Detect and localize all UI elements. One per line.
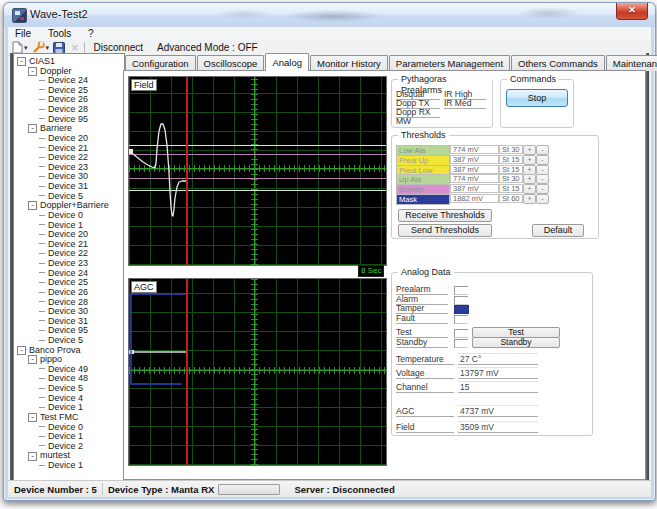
threshold-decrease-button[interactable]: - <box>536 174 549 184</box>
tree-item-label[interactable]: Device 28 <box>48 104 88 114</box>
threshold-decrease-button[interactable]: - <box>536 165 549 175</box>
tree-item-label[interactable]: Device 1 <box>48 460 83 470</box>
tree-item-label[interactable]: Device 31 <box>48 316 88 326</box>
collapse-icon[interactable]: - <box>28 201 37 210</box>
tree-item-label[interactable]: Device 0 <box>48 422 83 432</box>
tree-item-label[interactable]: Device 1 <box>48 402 83 412</box>
close-button[interactable]: ✕ <box>616 3 648 20</box>
receive-thresholds-button[interactable]: Receive Thresholds <box>398 209 492 222</box>
tree-item-label[interactable]: Device 26 <box>48 287 88 297</box>
tree-item-label[interactable]: Device 5 <box>48 335 83 345</box>
tree-item-label[interactable]: Doppler <box>40 66 72 76</box>
threshold-increase-button[interactable]: + <box>523 184 536 194</box>
tree-item-label[interactable]: Device 2 <box>48 441 83 451</box>
threshold-value-field[interactable]: 1882 mV <box>450 194 499 203</box>
threshold-st-field[interactable]: St 15 <box>499 184 523 193</box>
tree-item-label[interactable]: Device 31 <box>48 181 88 191</box>
tab-analog[interactable]: Analog <box>265 53 309 71</box>
tree-item-label[interactable]: CIAS1 <box>29 56 55 66</box>
tree-item-label[interactable]: Device 20 <box>48 133 88 143</box>
standby-button[interactable]: Standby <box>472 337 560 348</box>
tree-item-label[interactable]: Device 24 <box>48 75 88 85</box>
threshold-decrease-button[interactable]: - <box>536 155 549 165</box>
tab-monitor-history[interactable]: Monitor History <box>310 55 388 71</box>
tree-item-label[interactable]: Device 23 <box>48 162 88 172</box>
threshold-increase-button[interactable]: + <box>523 194 536 204</box>
tree-item-label[interactable]: Barriere <box>40 123 72 133</box>
stop-button[interactable]: Stop <box>506 89 568 107</box>
threshold-st-field[interactable]: St 15 <box>499 155 523 164</box>
title-bar[interactable]: Wave-Test2 ✕ <box>4 3 655 27</box>
threshold-st-field[interactable]: St 15 <box>499 165 523 174</box>
collapse-icon[interactable]: - <box>17 57 26 66</box>
tree-item-label[interactable]: Device 95 <box>48 114 88 124</box>
collapse-icon[interactable]: - <box>28 413 37 422</box>
threshold-increase-button[interactable]: + <box>523 165 536 175</box>
threshold-decrease-button[interactable]: - <box>536 145 549 155</box>
tree-item-label[interactable]: Test FMC <box>40 412 79 422</box>
tab-others-commands[interactable]: Others Commands <box>511 55 605 71</box>
disconnect-button[interactable]: Disconnect <box>94 42 143 53</box>
threshold-value-field[interactable]: 774 mV <box>450 174 499 183</box>
default-button[interactable]: Default <box>532 224 584 237</box>
collapse-icon[interactable]: - <box>28 67 37 76</box>
collapse-icon[interactable]: - <box>28 355 37 364</box>
collapse-icon[interactable]: - <box>17 346 26 355</box>
prealarm-indicator <box>454 286 468 295</box>
new-dropdown-icon[interactable]: ▾ <box>24 44 28 52</box>
threshold-st-field[interactable]: St 30 <box>499 174 523 183</box>
tree-item-label[interactable]: Device 23 <box>48 258 88 268</box>
tree-item-label[interactable]: Device 49 <box>48 364 88 374</box>
threshold-increase-button[interactable]: + <box>523 145 536 155</box>
menu-help[interactable]: ? <box>81 27 101 40</box>
tree-connector <box>39 292 45 294</box>
collapse-icon[interactable]: - <box>28 124 37 133</box>
tree-item-label[interactable]: pippo <box>40 354 62 364</box>
threshold-value-field[interactable]: 387 mV <box>450 184 499 193</box>
send-thresholds-button[interactable]: Send Thresholds <box>398 224 492 237</box>
tab-parameters-management[interactable]: Parameters Management <box>389 55 510 71</box>
tab-maintenance[interactable]: Maintenance <box>606 55 657 71</box>
tree-item-label[interactable]: Device 25 <box>48 277 88 287</box>
collapse-icon[interactable]: - <box>28 452 37 461</box>
menu-file[interactable]: File <box>8 27 38 40</box>
menu-tools[interactable]: Tools <box>41 27 78 40</box>
tree-item-label[interactable]: Device 24 <box>48 268 88 278</box>
threshold-increase-button[interactable]: + <box>523 174 536 184</box>
tree-item-label[interactable]: Device 95 <box>48 325 88 335</box>
tree-item-label[interactable]: Device 22 <box>48 152 88 162</box>
tree-item-label[interactable]: Device 26 <box>48 95 88 105</box>
threshold-increase-button[interactable]: + <box>523 155 536 165</box>
tree-item-label[interactable]: Banco Prova <box>29 345 81 355</box>
tree-item-label[interactable]: Device 21 <box>48 143 88 153</box>
tools-dropdown-icon[interactable]: ▾ <box>46 44 50 52</box>
tab-configuration[interactable]: Configuration <box>125 55 196 71</box>
threshold-st-field[interactable]: St 30 <box>499 145 523 154</box>
tree-item-label[interactable]: Device 28 <box>48 297 88 307</box>
tree-item-label[interactable]: Device 21 <box>48 239 88 249</box>
tree-item-label[interactable]: Device 48 <box>48 374 88 384</box>
tree-item-label[interactable]: Device 25 <box>48 85 88 95</box>
tree-item-label[interactable]: Device 20 <box>48 229 88 239</box>
tree-item-label[interactable]: Device 5 <box>48 191 83 201</box>
tab-oscilloscope[interactable]: Oscilloscope <box>197 55 265 71</box>
tree-item-label[interactable]: Device 4 <box>48 393 83 403</box>
threshold-value-field[interactable]: 774 mV <box>450 145 499 154</box>
tree-item-label[interactable]: Device 22 <box>48 249 88 259</box>
tree-item-label[interactable]: Doppler+Barriere <box>40 200 109 210</box>
tree-item-label[interactable]: murtest <box>40 451 70 461</box>
tree-item-label[interactable]: Device 5 <box>48 383 83 393</box>
tree-item-label[interactable]: Device 1 <box>48 431 83 441</box>
tree-item-label[interactable]: Device 1 <box>48 220 83 230</box>
prealarms-group: Pythagoras Prealarms DisqualDopp TXDopp … <box>391 79 493 128</box>
threshold-st-field[interactable]: St 60 <box>499 194 523 203</box>
tree-item-label[interactable]: Device 30 <box>48 306 88 316</box>
threshold-value-field[interactable]: 387 mV <box>450 155 499 164</box>
threshold-decrease-button[interactable]: - <box>536 184 549 194</box>
threshold-value-field[interactable]: 387 mV <box>450 165 499 174</box>
threshold-decrease-button[interactable]: - <box>536 194 549 204</box>
analog-indicator-label: Fault <box>396 314 448 324</box>
save-button[interactable] <box>53 42 65 54</box>
tree-item-label[interactable]: Device 30 <box>48 172 88 182</box>
tree-item-label[interactable]: Device 0 <box>48 210 83 220</box>
